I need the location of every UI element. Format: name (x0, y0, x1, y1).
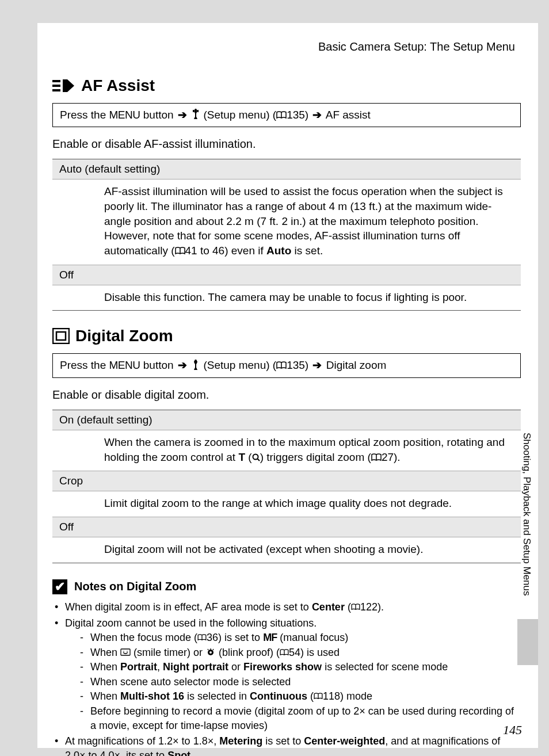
page-number: 145 (503, 723, 522, 738)
book-icon (276, 360, 287, 372)
manual-page: Basic Camera Setup: The Setup Menu AF As… (37, 23, 538, 748)
svg-point-11 (209, 651, 212, 654)
book-icon (175, 244, 185, 259)
blink-proof-icon (205, 646, 216, 660)
dz-intro: Enable or disable digital zoom. (52, 388, 521, 402)
side-tab-marker (517, 619, 538, 665)
option-header-crop: Crop (52, 471, 521, 491)
svg-point-8 (123, 651, 124, 652)
svg-point-9 (127, 651, 128, 652)
section-heading-af-assist: AF Assist (52, 77, 521, 95)
sub-note-item: Before beginning to record a movie (digi… (79, 704, 521, 733)
side-tab-label: Shooting, Playback and Setup Menus (517, 426, 532, 616)
book-icon (276, 109, 287, 122)
option-header-on: On (default setting) (52, 410, 521, 430)
book-icon (314, 689, 323, 704)
option-header-off: Off (52, 265, 521, 285)
option-header-off2: Off (52, 517, 521, 537)
svg-rect-1 (52, 85, 60, 87)
book-icon (371, 450, 382, 465)
svg-line-6 (257, 459, 260, 461)
book-icon (197, 631, 207, 645)
af-assist-icon (52, 78, 75, 93)
wrench-icon (191, 360, 200, 373)
arrow-icon: ➔ (312, 359, 322, 371)
svg-rect-7 (121, 649, 130, 655)
nav-path-dz: Press the MENU button ➔ (Setup menu) (13… (52, 353, 521, 377)
menu-button-label: MENU (109, 359, 140, 371)
check-icon: ✔ (52, 579, 67, 594)
t-icon: T (238, 451, 245, 463)
svg-rect-3 (53, 329, 69, 343)
option-body-off2: Digital zoom will not be activated (exce… (52, 537, 521, 563)
wrench-icon (191, 109, 200, 122)
sub-note-item: When the focus mode (36) is set to MF (m… (79, 631, 521, 646)
option-body-off: Disable this function. The camera may be… (52, 285, 521, 311)
sub-note-item: When (smile timer) or (blink proof) (54)… (79, 646, 521, 660)
dz-options-table: On (default setting) When the camera is … (52, 410, 521, 563)
digital-zoom-icon (52, 328, 70, 344)
option-body-crop: Limit digital zoom to the range at which… (52, 491, 521, 517)
digital-zoom-title: Digital Zoom (75, 327, 173, 345)
book-icon (351, 600, 360, 614)
af-assist-title: AF Assist (81, 77, 155, 95)
note-item: Digital zoom cannot be used in the follo… (52, 616, 521, 733)
note-item: At magnifications of 1.2× to 1.8×, Meter… (52, 734, 521, 756)
sub-note-item: When scene auto selector mode is selecte… (79, 675, 521, 689)
mf-icon: MF (263, 632, 277, 643)
page-header: Basic Camera Setup: The Setup Menu (52, 40, 521, 54)
sub-note-item: When Multi-shot 16 is selected in Contin… (79, 689, 521, 704)
svg-rect-0 (52, 80, 60, 82)
arrow-icon: ➔ (178, 109, 187, 121)
smile-timer-icon (120, 646, 131, 660)
af-intro: Enable or disable AF-assist illumination… (52, 138, 521, 151)
side-tab: Shooting, Playback and Setup Menus (517, 426, 538, 667)
option-header-auto: Auto (default setting) (52, 159, 521, 180)
option-body-on: When the camera is zoomed in to the maxi… (52, 430, 521, 471)
book-icon (280, 646, 289, 660)
arrow-icon: ➔ (178, 359, 187, 371)
magnifier-icon (252, 450, 260, 465)
menu-button-label: MENU (109, 109, 140, 121)
sub-note-item: When Portrait, Night portrait or Firewor… (79, 660, 521, 674)
notes-list: When digital zoom is in effect, AF area … (52, 600, 521, 756)
nav-path-af: Press the MENU button ➔ (Setup menu) (13… (52, 103, 521, 127)
svg-rect-2 (52, 89, 60, 91)
option-body-auto: AF-assist illumination will be used to a… (52, 180, 521, 264)
arrow-icon: ➔ (312, 109, 322, 121)
af-options-table: Auto (default setting) AF-assist illumin… (52, 159, 521, 311)
note-item: When digital zoom is in effect, AF area … (52, 600, 521, 615)
notes-heading: ✔ Notes on Digital Zoom (52, 579, 521, 594)
section-heading-digital-zoom: Digital Zoom (52, 327, 521, 345)
svg-rect-4 (56, 332, 66, 340)
